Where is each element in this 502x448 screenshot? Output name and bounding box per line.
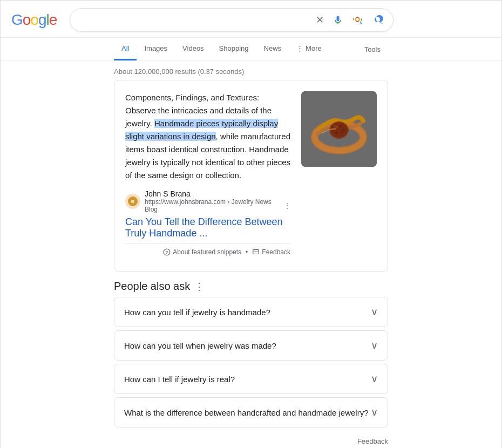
source-logo-icon: B bbox=[127, 196, 138, 207]
feedback-icon bbox=[252, 248, 260, 256]
close-icon: ✕ bbox=[316, 14, 324, 26]
tab-more[interactable]: ⋮ More bbox=[289, 38, 329, 60]
search-icon bbox=[372, 15, 383, 25]
paa-item-3[interactable]: How can I tell if jewelry is real? ∨ bbox=[114, 364, 388, 394]
paa-menu-icon[interactable]: ⋮ bbox=[194, 281, 204, 293]
paa-item-1[interactable]: How can you tell if jewelry is handmade?… bbox=[114, 297, 388, 327]
clear-button[interactable]: ✕ bbox=[315, 13, 325, 27]
jewelry-image-svg bbox=[301, 91, 377, 167]
tab-shopping[interactable]: Shopping bbox=[212, 38, 256, 60]
paa-item-4[interactable]: What is the difference between handcraft… bbox=[114, 397, 388, 427]
source-menu-icon[interactable]: ⋮ bbox=[284, 202, 290, 209]
results-count: About 120,000,000 results (0.37 seconds) bbox=[114, 61, 388, 80]
more-dots-icon: ⋮ bbox=[296, 44, 303, 52]
source-info: B John S Brana https://www.johnsbrana.co… bbox=[125, 189, 290, 213]
tab-news[interactable]: News bbox=[256, 38, 289, 60]
svg-text:B: B bbox=[131, 199, 134, 204]
paa-header: People also ask ⋮ bbox=[114, 280, 388, 293]
chevron-down-icon-1: ∨ bbox=[371, 306, 378, 318]
snippet-image bbox=[301, 91, 377, 167]
paa-section: People also ask ⋮ How can you tell if je… bbox=[114, 280, 388, 448]
lens-icon bbox=[352, 14, 364, 26]
paa-title: People also ask bbox=[114, 280, 190, 293]
tab-all[interactable]: All bbox=[114, 38, 137, 60]
svg-rect-7 bbox=[253, 249, 259, 254]
feedback-button[interactable]: Feedback bbox=[252, 248, 290, 256]
source-url: https://www.johnsbrana.com › Jewelry New… bbox=[145, 198, 290, 213]
paa-item-2[interactable]: How can you tell when jewelry was made? … bbox=[114, 330, 388, 361]
chevron-down-icon-4: ∨ bbox=[371, 406, 378, 418]
google-logo: G o o g l e bbox=[11, 11, 57, 29]
svg-point-19 bbox=[334, 125, 339, 128]
paa-question-3: How can I tell if jewelry is real? bbox=[124, 375, 235, 384]
snippet-text-area: Components, Findings, and Textures: Obse… bbox=[125, 91, 290, 260]
source-details: John S Brana https://www.johnsbrana.com … bbox=[145, 189, 290, 213]
source-link[interactable]: Can You Tell the Difference Between Trul… bbox=[125, 216, 290, 239]
tab-videos[interactable]: Videos bbox=[175, 38, 212, 60]
lens-search-button[interactable] bbox=[351, 13, 365, 27]
main-content: About 120,000,000 results (0.37 seconds)… bbox=[1, 61, 501, 448]
source-name: John S Brana bbox=[145, 189, 290, 198]
help-icon: ? bbox=[163, 248, 171, 256]
svg-point-16 bbox=[342, 128, 345, 132]
about-snippets-label: About featured snippets bbox=[173, 248, 241, 256]
svg-point-15 bbox=[339, 125, 342, 128]
tab-images[interactable]: Images bbox=[137, 38, 175, 60]
header: G o o g l e how to see if jewelry is han… bbox=[1, 1, 501, 38]
search-input[interactable]: how to see if jewelry is handmade bbox=[79, 15, 310, 25]
source-favicon: B bbox=[125, 194, 140, 209]
svg-point-18 bbox=[340, 132, 342, 134]
paa-question-2: How can you tell when jewelry was made? bbox=[124, 341, 276, 350]
snippet-text: Components, Findings, and Textures: Obse… bbox=[125, 91, 290, 182]
bottom-feedback-button[interactable]: Feedback bbox=[114, 431, 388, 448]
search-bar: how to see if jewelry is handmade ✕ bbox=[70, 8, 394, 32]
svg-text:?: ? bbox=[166, 250, 168, 255]
about-snippets-button[interactable]: ? About featured snippets bbox=[163, 248, 241, 256]
nav-tabs: All Images Videos Shopping News ⋮ More T… bbox=[1, 38, 501, 61]
page-wrapper: G o o g l e how to see if jewelry is han… bbox=[0, 0, 502, 448]
search-submit-button[interactable] bbox=[371, 13, 384, 26]
featured-snippet: Components, Findings, and Textures: Obse… bbox=[114, 80, 388, 271]
voice-search-button[interactable] bbox=[331, 13, 344, 26]
featured-footer: ? About featured snippets • Feedback bbox=[125, 243, 290, 260]
chevron-down-icon-3: ∨ bbox=[371, 373, 378, 385]
tools-button[interactable]: Tools bbox=[357, 39, 388, 60]
paa-question-4: What is the difference between handcraft… bbox=[124, 408, 369, 417]
feedback-label: Feedback bbox=[262, 248, 290, 256]
paa-question-1: How can you tell if jewelry is handmade? bbox=[124, 308, 270, 317]
mic-icon bbox=[333, 15, 343, 25]
chevron-down-icon-2: ∨ bbox=[371, 340, 378, 351]
dot-separator: • bbox=[246, 248, 248, 256]
search-icon-group: ✕ bbox=[315, 13, 384, 27]
svg-point-17 bbox=[335, 132, 338, 134]
